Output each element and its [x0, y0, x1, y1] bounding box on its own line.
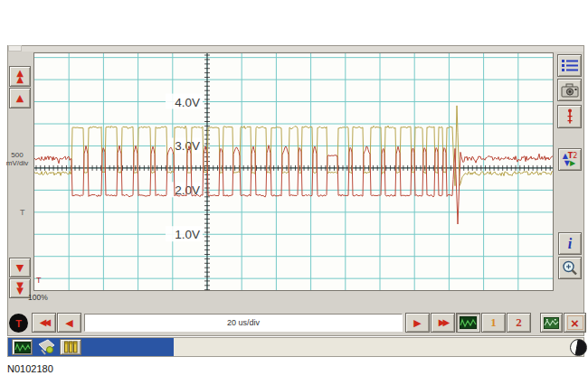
measurement-list-button[interactable]	[557, 54, 582, 77]
info-icon: i	[568, 236, 572, 252]
up-arrow-icon: ▲	[16, 93, 24, 103]
capture-button[interactable]	[540, 313, 563, 333]
scale-down-button[interactable]: ▼	[9, 258, 31, 277]
zoom-in-icon	[561, 259, 579, 277]
contrast-icon[interactable]	[570, 339, 587, 356]
play-button[interactable]: ▶	[405, 313, 430, 333]
vertical-scale-label: 500 mV/div	[3, 151, 32, 167]
status-probe-button[interactable]	[35, 338, 58, 356]
close-glyph: ×	[571, 316, 579, 330]
play-icon: ▶	[413, 318, 421, 328]
connector-pins-icon	[63, 341, 79, 353]
step-back-button[interactable]: ◀	[57, 313, 81, 333]
close-capture-button[interactable]: ×	[564, 313, 586, 333]
waveform-screen-icon	[14, 342, 31, 353]
fast-forward-icon: ▶▶	[439, 318, 447, 327]
svg-text:4.0V: 4.0V	[175, 96, 200, 109]
trigger-t-label: T	[15, 318, 22, 329]
info-button[interactable]: i	[558, 232, 582, 255]
vertical-scale-unit: mV/div	[3, 159, 32, 167]
window-top-edge	[8, 46, 583, 52]
zoom-level-label: 100%	[28, 293, 48, 302]
channel-2-button[interactable]: 2	[507, 313, 531, 333]
timebase-value: 20 us/div	[227, 318, 260, 327]
progress-fill	[8, 338, 174, 356]
scale-up-button[interactable]: ▲	[9, 88, 31, 108]
status-connector-button[interactable]	[60, 339, 81, 355]
trigger-settings-icon: ▲T2 ▼▶	[563, 153, 578, 167]
channel-1-button[interactable]: 1	[481, 313, 506, 333]
camera-icon	[560, 81, 580, 99]
rewind-icon: ◀◀	[40, 318, 48, 327]
waveform-screen-icon	[460, 316, 477, 329]
waveform-plot: 4.0V3.0V2.0V1.0V	[34, 53, 553, 290]
double-up-arrow-icon: ▲	[16, 77, 24, 83]
channel-1-label: 1	[490, 315, 497, 330]
trigger-mode-button[interactable]: T	[9, 314, 28, 333]
fast-forward-button[interactable]: ▶▶	[431, 313, 455, 333]
capture-screen-icon	[544, 317, 559, 329]
close-x-icon: ×	[567, 315, 583, 330]
vertical-scale-value: 500	[3, 151, 32, 159]
cursor-marker-icon	[560, 108, 580, 126]
list-icon	[561, 58, 579, 74]
double-down-arrow-icon: ▼	[16, 288, 24, 295]
trigger-slope-icon: ▶	[570, 159, 575, 167]
trigger-settings-button[interactable]: ▲T2 ▼▶	[558, 148, 582, 171]
live-view-button[interactable]	[456, 313, 480, 333]
probe-icon	[35, 338, 58, 356]
trigger-time-marker: T	[36, 276, 42, 285]
status-bar	[7, 337, 584, 357]
status-waveform-button[interactable]	[12, 339, 33, 355]
rewind-button[interactable]: ◀◀	[32, 313, 56, 333]
svg-text:1.0V: 1.0V	[175, 228, 200, 241]
scale-up-fast-button[interactable]: ▲ ▲	[9, 66, 31, 87]
channel-2-label: 2	[516, 315, 522, 330]
back-arrow-icon: ◀	[65, 318, 72, 328]
screen: ▲ ▲ ▲ 500 mV/div T ▼ ▼ ▼ 100% 4.0V3.0V2.…	[0, 0, 588, 385]
snapshot-button[interactable]	[557, 79, 582, 101]
window-top-tab	[8, 45, 22, 52]
scope-display: 4.0V3.0V2.0V1.0V T	[33, 52, 554, 291]
trigger-level-marker: T	[20, 208, 25, 217]
zoom-in-button[interactable]	[558, 257, 582, 279]
down-arrow-icon: ▼	[16, 263, 24, 273]
cursor-button[interactable]	[557, 105, 582, 128]
figure-label: N0102180	[7, 363, 53, 374]
timebase-field: 20 us/div	[84, 314, 403, 332]
